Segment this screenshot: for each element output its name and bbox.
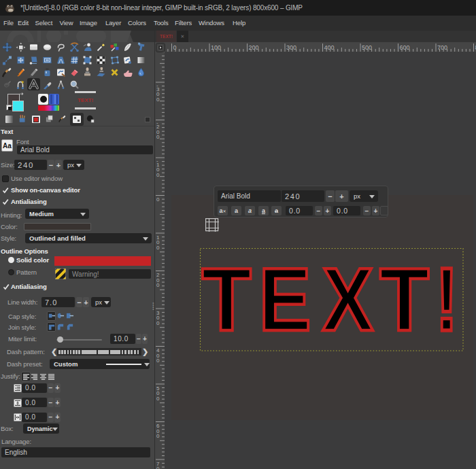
svg-text:0: 0	[156, 134, 160, 140]
svg-text:500: 500	[362, 44, 372, 51]
svg-text:0: 0	[156, 396, 160, 402]
svg-text:700: 700	[437, 44, 447, 51]
svg-text:0: 0	[156, 282, 160, 288]
svg-text:0: 0	[156, 97, 160, 103]
svg-text:0: 0	[156, 245, 160, 251]
svg-text:T: T	[202, 257, 252, 349]
svg-text:200: 200	[249, 44, 259, 51]
svg-text:600: 600	[400, 44, 410, 51]
svg-text:!: !	[436, 257, 458, 349]
svg-text:E: E	[258, 257, 311, 349]
svg-text:100: 100	[211, 44, 221, 51]
svg-text:300: 300	[286, 44, 296, 51]
svg-text:0: 0	[156, 320, 160, 326]
svg-text:0: 0	[156, 358, 160, 364]
svg-text:0: 0	[156, 433, 160, 439]
svg-text:0: 0	[156, 466, 160, 469]
svg-text:0: 0	[156, 196, 160, 203]
svg-text:0: 0	[173, 44, 177, 51]
svg-text:400: 400	[324, 44, 335, 51]
svg-text:T: T	[379, 257, 429, 349]
svg-text:X: X	[322, 257, 374, 349]
svg-text:0: 0	[156, 172, 160, 178]
